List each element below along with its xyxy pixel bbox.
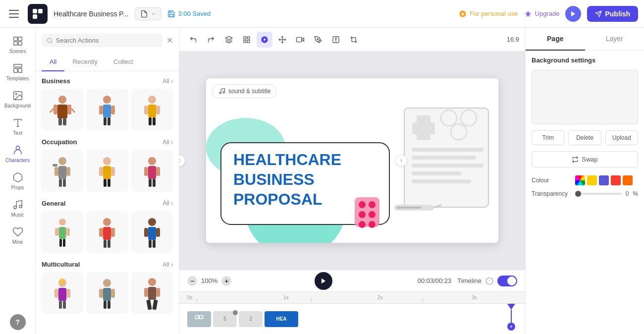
track-0[interactable] (187, 311, 211, 327)
color-swatch-yellow[interactable] (587, 175, 597, 185)
delete-button[interactable]: Delete (568, 130, 601, 145)
svg-rect-51 (111, 167, 115, 176)
draw-button[interactable] (310, 32, 326, 48)
transparency-slider[interactable] (575, 193, 622, 195)
svg-point-150 (369, 201, 376, 208)
swap-button[interactable]: Swap (532, 151, 638, 167)
zoom-out-button[interactable]: − (187, 276, 197, 286)
upload-button[interactable]: Upload (605, 130, 638, 145)
tab-collect[interactable]: Collect (106, 53, 141, 71)
color-swatch-purple[interactable] (599, 175, 609, 185)
character-figure (48, 216, 77, 251)
svg-rect-58 (149, 179, 152, 187)
track-hea[interactable]: HEA (265, 311, 298, 327)
preview-button[interactable] (565, 6, 581, 22)
close-search-button[interactable]: ✕ (166, 36, 173, 45)
color-spectrum[interactable] (575, 175, 585, 185)
character-occupation-2[interactable] (86, 150, 128, 191)
character-business-2[interactable] (86, 89, 128, 130)
sidebar-item-mine[interactable]: Mine (2, 223, 34, 249)
svg-point-154 (369, 221, 376, 228)
general-grid (42, 211, 173, 253)
transform-button[interactable] (274, 32, 290, 48)
upgrade-button[interactable]: Upgrade (524, 10, 560, 18)
transparency-handle[interactable] (575, 191, 581, 197)
search-box[interactable] (42, 34, 162, 47)
svg-rect-100 (244, 40, 246, 43)
right-panel-collapse[interactable] (395, 155, 407, 167)
character-multicultural-2[interactable] (86, 272, 128, 314)
svg-rect-33 (104, 117, 107, 125)
animate-button[interactable] (257, 32, 272, 48)
section-general-all[interactable]: All › (162, 200, 173, 207)
character-occupation-3[interactable] (131, 150, 173, 191)
svg-rect-70 (104, 240, 107, 248)
transparency-row: Transparency 0 % (532, 190, 638, 197)
sidebar-item-characters[interactable]: Characters (2, 141, 34, 167)
color-swatch-red[interactable] (611, 175, 621, 185)
sidebar-item-music[interactable]: Music (2, 195, 34, 222)
personal-badge: For personal use (459, 10, 518, 18)
svg-rect-84 (63, 301, 66, 309)
right-tab-page[interactable]: Page (526, 28, 585, 51)
timeline-play-button[interactable] (315, 272, 332, 290)
svg-rect-81 (54, 289, 58, 298)
track-1[interactable]: 5 (213, 311, 237, 327)
tab-all[interactable]: All (42, 53, 64, 71)
track-2[interactable]: 2 (239, 311, 263, 327)
svg-rect-71 (107, 240, 110, 248)
undo-button[interactable] (185, 32, 201, 48)
hamburger-menu[interactable] (6, 7, 22, 21)
character-general-3[interactable] (131, 211, 173, 253)
sidebar-item-text[interactable]: Text (2, 113, 34, 140)
right-tab-layer[interactable]: Layer (585, 28, 644, 51)
timeline-toggle[interactable] (497, 276, 517, 286)
section-occupation-all[interactable]: All › (162, 139, 173, 146)
document-title[interactable]: Healthcare Business P... (54, 10, 129, 18)
sidebar-item-templates[interactable]: Templates (2, 59, 34, 85)
character-occupation-1[interactable] (42, 150, 83, 191)
zoom-level: 100% (201, 277, 217, 284)
section-business-all[interactable]: All › (162, 78, 173, 85)
playhead (507, 304, 515, 331)
sidebar-item-scenes[interactable]: Scenes (2, 32, 34, 58)
svg-rect-45 (66, 167, 70, 176)
video-button[interactable] (292, 32, 308, 48)
svg-point-85 (103, 279, 111, 287)
svg-rect-95 (146, 300, 152, 310)
character-multicultural-3[interactable] (131, 272, 173, 314)
svg-point-60 (59, 219, 66, 225)
text-edit-button[interactable] (328, 32, 344, 48)
character-general-2[interactable] (86, 211, 128, 253)
character-business-3[interactable] (131, 89, 173, 130)
svg-rect-52 (104, 179, 107, 187)
sidebar-item-props[interactable]: Props (2, 168, 34, 194)
svg-rect-8 (18, 42, 21, 45)
canvas-scene: HEALTHCARE BUSINESS PROPOSAL (206, 78, 498, 243)
sound-subtitle-bar[interactable]: sound & subtitle (212, 84, 277, 98)
character-general-1[interactable] (42, 211, 83, 253)
section-multicultural-all[interactable]: All › (162, 261, 173, 268)
character-business-1[interactable] (42, 89, 83, 130)
crop-button[interactable] (346, 32, 362, 48)
section-general-header: General All › (42, 200, 173, 207)
grid-button[interactable] (239, 32, 255, 48)
svg-rect-94 (156, 288, 160, 297)
sidebar-item-background[interactable]: Background (2, 86, 34, 112)
zoom-in-button[interactable]: + (221, 276, 231, 286)
trim-button[interactable]: Trim (532, 130, 564, 145)
svg-line-28 (71, 109, 75, 112)
search-input[interactable] (56, 37, 158, 44)
layers-button[interactable] (221, 32, 237, 48)
svg-rect-7 (13, 42, 17, 45)
panel-collapse-button[interactable] (179, 155, 185, 167)
tab-recently[interactable]: Recently (64, 53, 106, 71)
character-multicultural-1[interactable] (42, 272, 83, 314)
redo-button[interactable] (203, 32, 219, 48)
svg-rect-0 (33, 9, 37, 13)
publish-button[interactable]: Publish (587, 6, 638, 22)
color-swatch-orange[interactable] (623, 175, 633, 185)
version-selector[interactable] (135, 7, 161, 20)
help-button[interactable]: ? (10, 314, 26, 330)
svg-rect-107 (297, 37, 302, 42)
